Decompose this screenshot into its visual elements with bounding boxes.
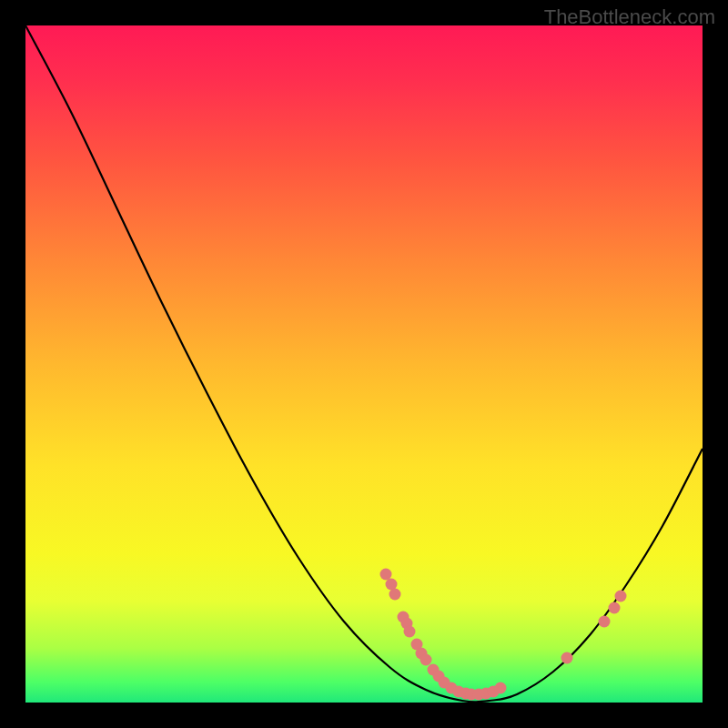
data-point	[609, 602, 621, 614]
data-point	[615, 591, 627, 602]
bottleneck-curve	[25, 25, 703, 702]
plot-area	[25, 25, 703, 703]
data-point	[495, 682, 507, 694]
chart-svg	[25, 25, 703, 703]
data-point	[420, 654, 432, 666]
data-point	[599, 616, 611, 628]
watermark-text: TheBottleneck.com	[544, 5, 715, 29]
data-point	[389, 589, 401, 601]
data-point	[561, 652, 573, 664]
data-point	[404, 626, 416, 638]
data-point	[380, 569, 392, 581]
